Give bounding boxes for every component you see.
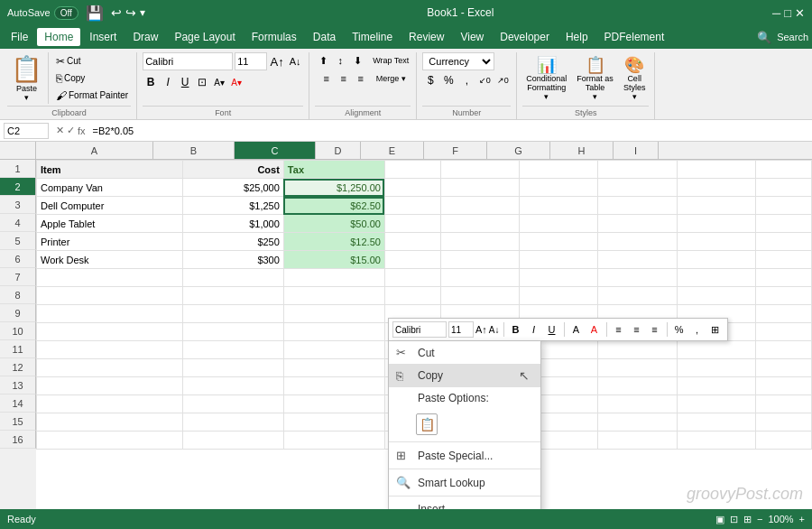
font-size-input[interactable] xyxy=(235,52,267,70)
cell-c5[interactable]: $12.50 xyxy=(283,233,384,251)
cell-a2[interactable]: Company Van xyxy=(37,179,183,197)
align-right-button[interactable]: ≡ xyxy=(353,70,369,87)
cell-e4[interactable] xyxy=(441,215,520,233)
formula-input[interactable] xyxy=(93,125,808,136)
mini-align-right-button[interactable]: ≡ xyxy=(647,321,663,338)
mini-font-size-input[interactable] xyxy=(448,321,474,338)
format-painter-button[interactable]: 🖌 Format Painter xyxy=(53,88,131,104)
conditional-formatting-button[interactable]: 📊 ConditionalFormatting ▾ xyxy=(522,53,570,104)
cell-e6[interactable] xyxy=(441,251,520,269)
mini-align-center-button[interactable]: ≡ xyxy=(629,321,645,338)
cell-a13[interactable] xyxy=(37,377,183,395)
cell-a7[interactable] xyxy=(37,269,183,287)
copy-button[interactable]: ⎘ Copy xyxy=(53,70,131,87)
cell-b5[interactable]: $250 xyxy=(182,233,283,251)
view-normal-icon[interactable]: ▣ xyxy=(715,514,724,525)
cell-f4[interactable] xyxy=(520,215,598,233)
decrease-decimal-button[interactable]: ↙0 xyxy=(476,72,493,88)
cell-g3[interactable] xyxy=(598,197,677,215)
cell-styles-button[interactable]: 🎨 CellStyles ▾ xyxy=(620,53,650,104)
save-icon[interactable]: 💾 xyxy=(86,5,104,22)
menu-home[interactable]: Home xyxy=(37,28,80,46)
mini-italic-button[interactable]: I xyxy=(526,321,542,338)
col-header-a[interactable]: A xyxy=(36,142,153,159)
menu-help[interactable]: Help xyxy=(558,28,595,46)
row-num-12[interactable]: 12 xyxy=(0,358,36,376)
undo-icon[interactable]: ↩ xyxy=(111,5,122,20)
merge-center-button[interactable]: Merge ▾ xyxy=(374,70,408,87)
underline-button[interactable]: U xyxy=(177,74,193,90)
autosave-toggle[interactable]: Off xyxy=(54,6,78,20)
cell-a16[interactable] xyxy=(37,432,183,450)
menu-formulas[interactable]: Formulas xyxy=(245,28,304,46)
increase-font-size-button[interactable]: A↑ xyxy=(269,53,285,70)
zoom-out-icon[interactable]: − xyxy=(757,514,762,524)
cut-button[interactable]: ✂ Cut xyxy=(53,53,131,70)
cell-a4[interactable]: Apple Tablet xyxy=(37,215,183,233)
cell-g5[interactable] xyxy=(598,233,677,251)
col-header-i[interactable]: I xyxy=(614,142,659,159)
cell-c3[interactable]: $62.50 xyxy=(283,197,384,215)
row-num-2[interactable]: 2 xyxy=(0,178,36,196)
menu-page-layout[interactable]: Page Layout xyxy=(167,28,242,46)
mini-font-color-button[interactable]: A xyxy=(586,321,603,338)
col-header-c[interactable]: C xyxy=(235,142,316,159)
row-num-16[interactable]: 16 xyxy=(0,431,36,449)
menu-view[interactable]: View xyxy=(453,28,491,46)
cell-d2[interactable] xyxy=(384,179,440,197)
col-header-h[interactable]: H xyxy=(550,142,614,159)
mini-font-name-input[interactable] xyxy=(392,321,447,338)
maximize-icon[interactable]: □ xyxy=(784,6,791,20)
col-header-b[interactable]: B xyxy=(153,142,235,159)
cell-a12[interactable] xyxy=(37,359,183,377)
mini-comma-button[interactable]: , xyxy=(689,321,706,338)
cell-c2[interactable]: $1,250.00 xyxy=(283,179,384,197)
cell-e5[interactable] xyxy=(441,233,520,251)
cell-g1[interactable] xyxy=(598,161,677,179)
cell-f6[interactable] xyxy=(520,251,598,269)
view-page-break-icon[interactable]: ⊞ xyxy=(743,514,752,525)
context-menu-paste-special[interactable]: ⊞ Paste Special... xyxy=(389,444,540,467)
comma-button[interactable]: , xyxy=(458,72,475,88)
row-num-3[interactable]: 3 xyxy=(0,196,36,214)
row-num-9[interactable]: 9 xyxy=(0,304,36,322)
search-icon[interactable]: 🔍 xyxy=(757,31,771,44)
row-num-13[interactable]: 13 xyxy=(0,376,36,394)
insert-function-icon[interactable]: fx xyxy=(78,125,86,136)
format-as-table-button[interactable]: 📋 Format asTable ▾ xyxy=(573,53,617,104)
cell-i4[interactable] xyxy=(755,215,811,233)
cell-i5[interactable] xyxy=(755,233,811,251)
cell-e1[interactable] xyxy=(441,161,520,179)
mini-decrease-font-icon[interactable]: A↓ xyxy=(489,325,500,335)
cell-a10[interactable] xyxy=(37,323,183,341)
cell-f2[interactable] xyxy=(520,179,598,197)
function-icon[interactable]: ✕ xyxy=(56,125,64,136)
row-num-5[interactable]: 5 xyxy=(0,232,36,250)
toolbar-icon[interactable]: ▾ xyxy=(140,6,145,19)
cell-g4[interactable] xyxy=(598,215,677,233)
row-num-7[interactable]: 7 xyxy=(0,268,36,286)
cell-a3[interactable]: Dell Computer xyxy=(37,197,183,215)
increase-decimal-button[interactable]: ↗0 xyxy=(494,72,511,88)
italic-button[interactable]: I xyxy=(160,74,176,90)
cell-a11[interactable] xyxy=(37,341,183,359)
cell-d5[interactable] xyxy=(384,233,440,251)
cell-a8[interactable] xyxy=(37,287,183,305)
dollar-button[interactable]: $ xyxy=(422,72,438,88)
paste-default-button[interactable]: 📋 xyxy=(416,413,438,435)
wrap-text-button[interactable]: Wrap Text xyxy=(371,52,411,69)
col-header-d[interactable]: D xyxy=(316,142,361,159)
mini-increase-font-icon[interactable]: A↑ xyxy=(475,324,487,335)
cell-a5[interactable]: Printer xyxy=(37,233,183,251)
zoom-in-icon[interactable]: + xyxy=(799,514,805,524)
col-header-e[interactable]: E xyxy=(361,142,424,159)
mini-table-button[interactable]: ⊞ xyxy=(707,321,724,338)
cell-h4[interactable] xyxy=(677,215,755,233)
cell-e2[interactable] xyxy=(441,179,520,197)
minimize-icon[interactable]: ─ xyxy=(772,6,780,20)
mini-percent-button[interactable]: % xyxy=(671,321,687,338)
cell-i6[interactable] xyxy=(755,251,811,269)
close-icon[interactable]: ✕ xyxy=(795,6,805,20)
cell-d6[interactable] xyxy=(384,251,440,269)
view-layout-icon[interactable]: ⊡ xyxy=(730,514,738,525)
